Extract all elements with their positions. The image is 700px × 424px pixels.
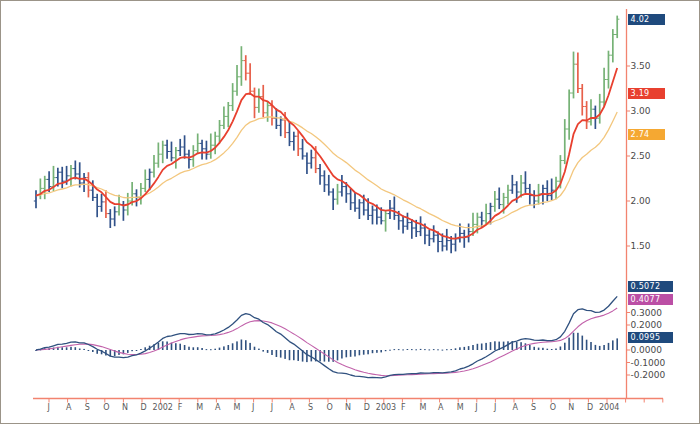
chart-window: 3.503.002.502.001.500.30000.20000.0000-0… — [0, 0, 700, 424]
chart-canvas[interactable] — [1, 1, 699, 423]
